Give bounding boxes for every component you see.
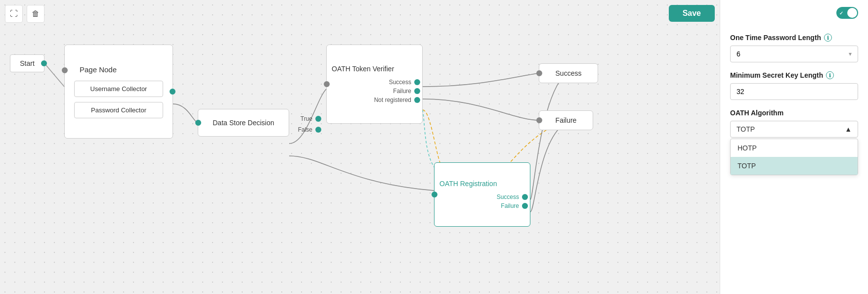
oath-token-failure-port: Failure xyxy=(332,88,417,95)
min-secret-label: Minimum Secret Key Length ℹ xyxy=(730,71,858,79)
node-data-store[interactable]: Data Store Decision True False xyxy=(198,109,289,137)
toggle-container[interactable]: ✓ xyxy=(836,7,858,19)
node-start-label: Start xyxy=(20,59,35,67)
node-success[interactable]: Success xyxy=(539,63,598,83)
node-oath-token[interactable]: OATH Token Verifier Success Failure Not … xyxy=(326,45,423,124)
algorithm-label: OATH Algorithm xyxy=(730,109,858,117)
algorithm-dropdown-menu: HOTP TOTP xyxy=(730,139,858,175)
data-store-true-port: True xyxy=(228,115,318,122)
oath-reg-failure-port: Failure xyxy=(439,202,525,209)
flow-canvas[interactable]: ⛶ 🗑 Save Start xyxy=(0,0,720,294)
data-store-false-port: False xyxy=(228,126,318,133)
toolbar: ⛶ 🗑 xyxy=(5,5,44,23)
oath-reg-title: OATH Registration xyxy=(439,180,497,188)
svg-line-0 xyxy=(44,63,64,87)
algorithm-select[interactable]: TOTP ▲ xyxy=(730,121,858,138)
toggle-knob xyxy=(847,8,857,18)
save-button[interactable]: Save xyxy=(669,5,715,22)
node-start[interactable]: Start xyxy=(10,54,44,72)
enabled-toggle[interactable]: ✓ xyxy=(836,7,858,19)
oath-token-success-port: Success xyxy=(332,79,417,86)
node-failure-label: Failure xyxy=(556,116,577,124)
node-success-label: Success xyxy=(556,69,582,77)
otp-length-input[interactable] xyxy=(737,50,849,58)
otp-length-label: One Time Password Length ℹ xyxy=(730,34,858,42)
check-icon: ✓ xyxy=(839,10,843,16)
algorithm-option-hotp[interactable]: HOTP xyxy=(731,139,858,157)
oath-token-notregistered-port: Not registered xyxy=(332,97,417,103)
panel-content: One Time Password Length ℹ ▾ Minimum Sec… xyxy=(730,34,858,138)
right-panel: ✓ One Time Password Length ℹ ▾ Minimum S… xyxy=(720,0,868,294)
expand-button[interactable]: ⛶ xyxy=(5,5,23,23)
delete-button[interactable]: 🗑 xyxy=(27,5,44,23)
min-secret-input[interactable] xyxy=(737,88,852,96)
password-collector-label: Password Collector xyxy=(91,106,146,114)
oath-token-title: OATH Token Verifier xyxy=(332,65,394,73)
algorithm-option-totp[interactable]: TOTP xyxy=(731,157,858,175)
node-password-collector[interactable]: Password Collector xyxy=(74,102,163,118)
algorithm-dropdown-container: TOTP ▲ HOTP TOTP xyxy=(730,121,858,138)
oath-reg-success-port: Success xyxy=(439,194,525,200)
min-secret-info-icon[interactable]: ℹ xyxy=(826,71,834,79)
otp-length-info-icon[interactable]: ℹ xyxy=(824,34,832,42)
min-secret-field[interactable] xyxy=(730,83,858,100)
username-collector-label: Username Collector xyxy=(90,85,147,93)
expand-icon: ⛶ xyxy=(10,9,18,18)
algorithm-selected-value: TOTP xyxy=(737,125,755,133)
node-page[interactable]: Page Node Username Collector Password Co… xyxy=(64,45,173,139)
node-username-collector[interactable]: Username Collector xyxy=(74,81,163,97)
node-oath-registration[interactable]: OATH Registration Success Failure xyxy=(434,162,530,227)
otp-length-field[interactable]: ▾ xyxy=(730,46,858,62)
delete-icon: 🗑 xyxy=(32,9,40,18)
algorithm-dropdown-arrow: ▲ xyxy=(845,125,852,133)
otp-length-arrow: ▾ xyxy=(849,50,852,57)
node-page-title: Page Node xyxy=(80,65,117,74)
node-failure[interactable]: Failure xyxy=(539,110,593,130)
